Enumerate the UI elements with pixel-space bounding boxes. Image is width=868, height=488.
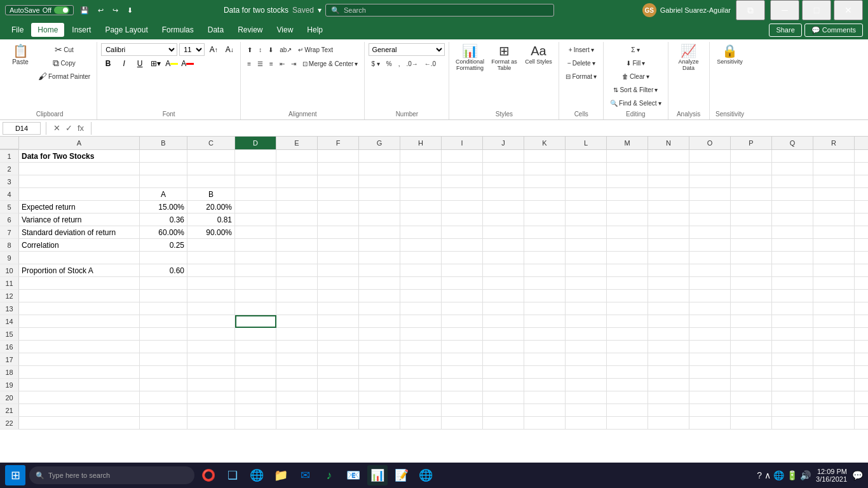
cell-L17[interactable]	[566, 353, 607, 366]
cell-L6[interactable]	[566, 214, 607, 226]
cell-N1[interactable]	[648, 150, 689, 163]
cell-R22[interactable]	[813, 417, 855, 430]
sort-filter-button[interactable]: ⇅ Sort & Filter ▾	[607, 83, 663, 96]
cell-N16[interactable]	[648, 341, 689, 353]
help-icon[interactable]: ?	[757, 470, 762, 480]
cell-M8[interactable]	[607, 239, 648, 252]
bold-button[interactable]: B	[101, 57, 115, 70]
title-dropdown[interactable]: ▾	[318, 6, 322, 15]
start-button[interactable]: ⊞	[5, 465, 25, 485]
cell-K8[interactable]	[524, 239, 566, 252]
cell-E5[interactable]	[276, 201, 318, 214]
cell-G8[interactable]	[359, 239, 400, 252]
row-num-4[interactable]: 4	[0, 188, 19, 201]
cell-D2[interactable]	[235, 163, 276, 175]
cell-B17[interactable]	[140, 353, 187, 366]
cell-O22[interactable]	[689, 417, 731, 430]
cell-S15[interactable]	[855, 328, 868, 341]
cell-Q17[interactable]	[772, 353, 813, 366]
cell-M9[interactable]	[607, 252, 648, 264]
confirm-formula-button[interactable]: ✓	[64, 123, 74, 133]
cell-P4[interactable]	[731, 188, 772, 201]
cell-J15[interactable]	[483, 328, 524, 341]
cell-D21[interactable]	[235, 404, 276, 417]
cell-P21[interactable]	[731, 404, 772, 417]
cell-C7[interactable]: 90.00%	[187, 226, 235, 239]
cell-B19[interactable]	[140, 379, 187, 391]
cell-P5[interactable]	[731, 201, 772, 214]
cell-D14[interactable]	[235, 315, 276, 328]
cell-S4[interactable]	[855, 188, 868, 201]
cell-C17[interactable]	[187, 353, 235, 366]
row-num-21[interactable]: 21	[0, 404, 19, 417]
redo-button[interactable]: ↪	[110, 5, 121, 16]
cell-O18[interactable]	[689, 366, 731, 379]
cell-E19[interactable]	[276, 379, 318, 391]
cell-O2[interactable]	[689, 163, 731, 175]
cell-E7[interactable]	[276, 226, 318, 239]
cell-I12[interactable]	[442, 290, 483, 302]
row-num-1[interactable]: 1	[0, 150, 19, 163]
cell-O11[interactable]	[689, 277, 731, 290]
cell-P7[interactable]	[731, 226, 772, 239]
cell-P19[interactable]	[731, 379, 772, 391]
col-header-n[interactable]: N	[648, 137, 689, 149]
cell-L11[interactable]	[566, 277, 607, 290]
cell-A18[interactable]	[19, 366, 140, 379]
cell-J2[interactable]	[483, 163, 524, 175]
cell-H3[interactable]	[400, 175, 442, 188]
menu-file[interactable]: File	[5, 23, 30, 37]
cell-I13[interactable]	[442, 302, 483, 315]
cell-S2[interactable]	[855, 163, 868, 175]
maximize-button[interactable]: □	[802, 0, 831, 20]
cell-H16[interactable]	[400, 341, 442, 353]
cell-I10[interactable]	[442, 264, 483, 277]
cell-K20[interactable]	[524, 391, 566, 404]
cell-H11[interactable]	[400, 277, 442, 290]
cell-K19[interactable]	[524, 379, 566, 391]
col-header-l[interactable]: L	[566, 137, 607, 149]
cell-O17[interactable]	[689, 353, 731, 366]
cell-Q5[interactable]	[772, 201, 813, 214]
cell-styles-button[interactable]: Aa Cell Styles	[522, 43, 555, 84]
cell-Q14[interactable]	[772, 315, 813, 328]
cell-K4[interactable]	[524, 188, 566, 201]
cell-N8[interactable]	[648, 239, 689, 252]
cell-Q4[interactable]	[772, 188, 813, 201]
cell-I3[interactable]	[442, 175, 483, 188]
cell-F19[interactable]	[318, 379, 359, 391]
cell-D5[interactable]	[235, 201, 276, 214]
cell-M5[interactable]	[607, 201, 648, 214]
cell-M16[interactable]	[607, 341, 648, 353]
comma-button[interactable]: ,	[396, 57, 403, 70]
cell-F7[interactable]	[318, 226, 359, 239]
cell-C10[interactable]	[187, 264, 235, 277]
cell-A12[interactable]	[19, 290, 140, 302]
cell-M2[interactable]	[607, 163, 648, 175]
cell-Q1[interactable]	[772, 150, 813, 163]
cell-L5[interactable]	[566, 201, 607, 214]
cell-O12[interactable]	[689, 290, 731, 302]
cell-E15[interactable]	[276, 328, 318, 341]
cell-R15[interactable]	[813, 328, 855, 341]
row-num-18[interactable]: 18	[0, 366, 19, 379]
cell-D17[interactable]	[235, 353, 276, 366]
find-select-button[interactable]: 🔍 Find & Select ▾	[607, 97, 663, 109]
cell-F6[interactable]	[318, 214, 359, 226]
cell-P1[interactable]	[731, 150, 772, 163]
cell-N15[interactable]	[648, 328, 689, 341]
cell-F3[interactable]	[318, 175, 359, 188]
cell-G4[interactable]	[359, 188, 400, 201]
cell-H12[interactable]	[400, 290, 442, 302]
cell-L21[interactable]	[566, 404, 607, 417]
cell-F16[interactable]	[318, 341, 359, 353]
font-name-select[interactable]: Calibri	[101, 43, 177, 56]
cell-A13[interactable]	[19, 302, 140, 315]
cell-N11[interactable]	[648, 277, 689, 290]
cell-M22[interactable]	[607, 417, 648, 430]
cell-L9[interactable]	[566, 252, 607, 264]
increase-decimal-button[interactable]: .0→	[403, 57, 420, 70]
cell-S1[interactable]	[855, 150, 868, 163]
cell-L22[interactable]	[566, 417, 607, 430]
taskbar-folder[interactable]: 📁	[271, 465, 291, 485]
